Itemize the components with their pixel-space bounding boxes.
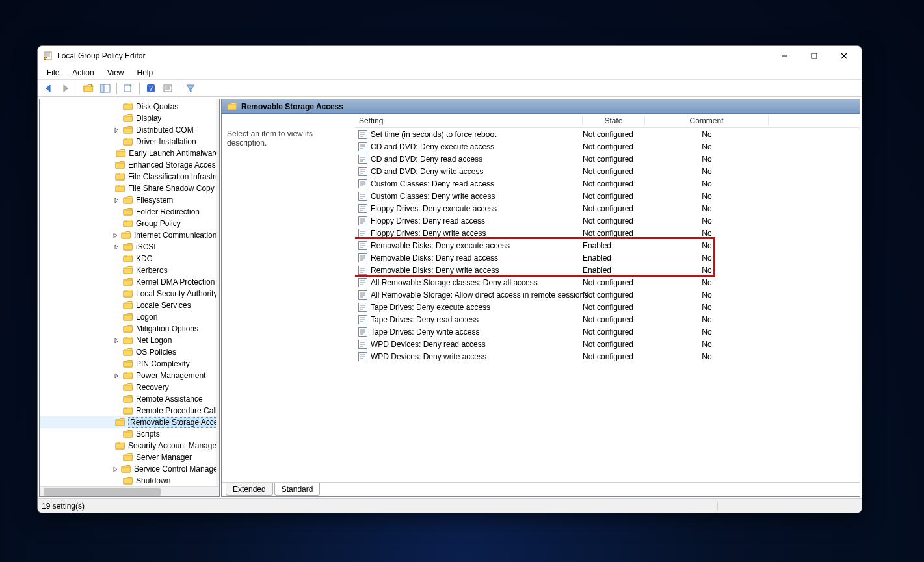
tree-item[interactable]: Locale Services	[40, 300, 219, 311]
setting-icon	[358, 154, 368, 164]
folder-icon	[115, 418, 125, 427]
tab-extended[interactable]: Extended	[226, 483, 273, 496]
setting-row[interactable]: Removable Disks: Deny write accessEnable…	[355, 264, 860, 276]
title-bar[interactable]: Local Group Policy Editor	[38, 46, 862, 66]
tree-item[interactable]: OS Policies	[40, 346, 219, 358]
tree-item[interactable]: Server Manager	[40, 452, 219, 463]
setting-row[interactable]: WPD Devices: Deny write accessNot config…	[355, 350, 860, 363]
tree-item[interactable]: Enhanced Storage Access	[40, 159, 219, 171]
list-header[interactable]: Setting State Comment	[355, 114, 860, 128]
setting-row[interactable]: Removable Disks: Deny execute accessEnab…	[355, 239, 860, 251]
column-comment[interactable]: Comment	[645, 116, 769, 125]
expand-icon[interactable]	[112, 244, 120, 250]
setting-row[interactable]: All Removable Storage: Allow direct acce…	[355, 288, 860, 301]
tree-item[interactable]: Display	[40, 112, 219, 124]
setting-row[interactable]: Set time (in seconds) to force rebootNot…	[355, 128, 860, 140]
column-state[interactable]: State	[583, 116, 645, 125]
setting-row[interactable]: Tape Drives: Deny execute accessNot conf…	[355, 301, 860, 313]
tree-item[interactable]: iSCSI	[40, 241, 219, 253]
expand-icon[interactable]	[112, 338, 120, 344]
tree-item[interactable]: Logon	[40, 311, 219, 323]
menu-view[interactable]: View	[101, 67, 131, 79]
window-title: Local Group Policy Editor	[57, 51, 769, 60]
tree-item[interactable]: Security Account Manager	[40, 440, 219, 452]
folder-icon	[123, 336, 133, 345]
menu-file[interactable]: File	[40, 67, 66, 79]
tree-item[interactable]: Remote Procedure Call	[40, 405, 219, 416]
tree-item[interactable]: Remote Assistance	[40, 393, 219, 405]
tree-item[interactable]: Folder Redirection	[40, 206, 219, 218]
tree-item[interactable]: PIN Complexity	[40, 358, 219, 370]
tree-item[interactable]: Kernel DMA Protection	[40, 276, 219, 288]
tree-item[interactable]: Disk Quotas	[40, 101, 219, 112]
close-button[interactable]	[829, 47, 859, 65]
tree-item-label: Enhanced Storage Access	[128, 160, 219, 170]
tree-item[interactable]: File Classification Infrastructure	[40, 171, 219, 183]
tree-item[interactable]: Mitigation Options	[40, 323, 219, 335]
setting-state: Not configured	[583, 278, 645, 287]
column-setting[interactable]: Setting	[355, 116, 583, 125]
setting-comment: No	[645, 315, 769, 324]
tree-item[interactable]: Removable Storage Access	[40, 416, 219, 428]
up-button[interactable]	[81, 81, 96, 96]
setting-row[interactable]: Floppy Drives: Deny write accessNot conf…	[355, 227, 860, 239]
tab-standard[interactable]: Standard	[274, 483, 321, 496]
menu-help[interactable]: Help	[131, 67, 160, 79]
setting-row[interactable]: CD and DVD: Deny read accessNot configur…	[355, 153, 860, 165]
tree-item[interactable]: Local Security Authority	[40, 288, 219, 300]
tree-item[interactable]: Distributed COM	[40, 124, 219, 136]
settings-list[interactable]: Set time (in seconds) to force rebootNot…	[355, 128, 860, 482]
expand-icon[interactable]	[112, 198, 120, 203]
tree-hscrollbar[interactable]	[40, 486, 219, 496]
setting-row[interactable]: Tape Drives: Deny write accessNot config…	[355, 326, 860, 338]
setting-row[interactable]: Tape Drives: Deny read accessNot configu…	[355, 313, 860, 326]
minimize-button[interactable]	[769, 47, 799, 65]
menu-action[interactable]: Action	[66, 67, 100, 79]
tree-item[interactable]: KDC	[40, 253, 219, 264]
show-hide-tree-button[interactable]	[98, 81, 113, 96]
tree-item[interactable]: Kerberos	[40, 264, 219, 276]
properties-button[interactable]	[160, 81, 176, 96]
tree-item[interactable]: Internet Communication Management	[40, 229, 219, 241]
expand-icon[interactable]	[112, 373, 120, 379]
help-button[interactable]: ?	[143, 81, 159, 96]
setting-row[interactable]: Removable Disks: Deny read accessEnabled…	[355, 251, 860, 264]
setting-row[interactable]: CD and DVD: Deny write accessNot configu…	[355, 165, 860, 177]
tree-item-label: PIN Complexity	[136, 359, 190, 368]
filter-button[interactable]	[183, 81, 198, 96]
tree-item[interactable]: Driver Installation	[40, 136, 219, 147]
tree-item[interactable]: File Share Shadow Copy Provider	[40, 183, 219, 194]
tree-item[interactable]: Service Control Manager Settings	[40, 463, 219, 475]
maximize-button[interactable]	[799, 47, 829, 65]
setting-row[interactable]: Custom Classes: Deny write accessNot con…	[355, 190, 860, 202]
tree-item-label: File Classification Infrastructure	[128, 172, 219, 181]
tree-item[interactable]: Shutdown	[40, 475, 219, 485]
setting-row[interactable]: WPD Devices: Deny read accessNot configu…	[355, 338, 860, 350]
tree-item[interactable]: Recovery	[40, 381, 219, 393]
tree-item-label: Removable Storage Access	[128, 417, 219, 428]
tree-item[interactable]: Early Launch Antimalware	[40, 147, 219, 159]
setting-name: CD and DVD: Deny execute access	[371, 142, 494, 151]
export-button[interactable]	[120, 81, 136, 96]
setting-comment: No	[645, 167, 769, 176]
setting-row[interactable]: Floppy Drives: Deny read accessNot confi…	[355, 214, 860, 227]
expand-icon[interactable]	[112, 127, 120, 133]
tree-item[interactable]: Net Logon	[40, 335, 219, 346]
expand-icon[interactable]	[112, 466, 118, 472]
tree-item[interactable]: Filesystem	[40, 194, 219, 206]
setting-row[interactable]: CD and DVD: Deny execute accessNot confi…	[355, 140, 860, 153]
setting-row[interactable]: All Removable Storage classes: Deny all …	[355, 276, 860, 288]
folder-icon	[123, 207, 133, 216]
tree-pane[interactable]: Disk QuotasDisplayDistributed COMDriver …	[39, 99, 220, 497]
tree-item[interactable]: Scripts	[40, 428, 219, 440]
back-button[interactable]	[41, 81, 57, 96]
tree-item[interactable]: Group Policy	[40, 218, 219, 229]
setting-name: Custom Classes: Deny write access	[371, 192, 495, 201]
setting-row[interactable]: Custom Classes: Deny read accessNot conf…	[355, 177, 860, 190]
tree-vscrollbar[interactable]	[216, 99, 219, 496]
expand-icon[interactable]	[112, 233, 118, 238]
setting-comment: No	[645, 142, 769, 151]
tree-item[interactable]: Power Management	[40, 370, 219, 381]
forward-button[interactable]	[58, 81, 73, 96]
setting-row[interactable]: Floppy Drives: Deny execute accessNot co…	[355, 202, 860, 214]
